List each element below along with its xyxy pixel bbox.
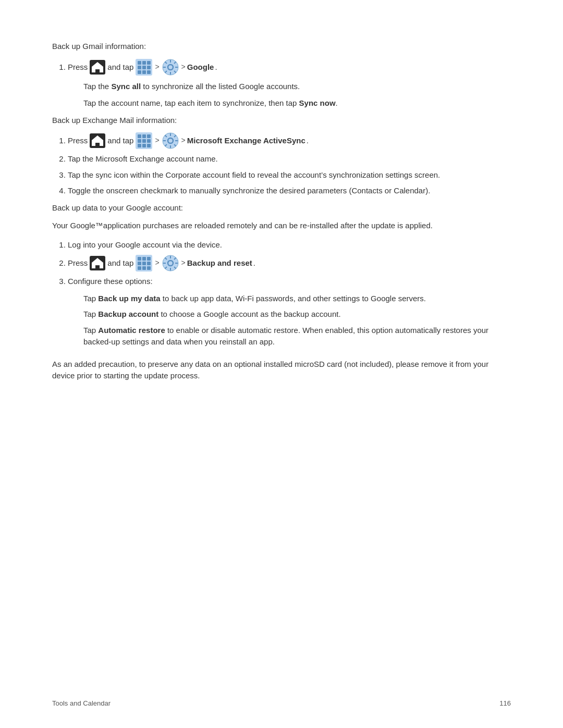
arrow-3: >: [155, 134, 159, 147]
svg-rect-48: [142, 257, 146, 261]
svg-rect-3: [138, 61, 141, 65]
and-tap-label: and tap: [107, 60, 133, 74]
arrow-2: >: [181, 61, 186, 73]
and-tap-label-3: and tap: [107, 256, 133, 270]
grid-icon-2: [136, 132, 152, 149]
svg-rect-7: [142, 66, 146, 69]
svg-rect-50: [138, 262, 141, 265]
google-step-1: Log into your Google account via the dev…: [68, 239, 511, 251]
exchange-steps: Press and tap >: [68, 132, 511, 197]
svg-rect-51: [142, 262, 146, 265]
svg-rect-32: [142, 144, 146, 147]
svg-rect-55: [147, 266, 151, 270]
press-label-2: Press: [68, 134, 88, 147]
svg-rect-4: [142, 61, 146, 65]
press-label-3: Press: [68, 256, 88, 270]
svg-rect-11: [147, 70, 151, 74]
google-backup-header: Back up data to your Google account:: [52, 202, 511, 214]
svg-rect-8: [147, 66, 151, 69]
exchange-step-3: Tap the sync icon within the Corporate a…: [68, 169, 511, 181]
page-content: Back up Gmail information: Press and tap: [0, 0, 563, 429]
footer-left: Tools and Calendar: [52, 699, 111, 707]
gmail-header: Back up Gmail information:: [52, 41, 511, 53]
arrow-4: >: [181, 134, 186, 147]
svg-rect-25: [138, 134, 141, 138]
arrow-1: >: [155, 61, 159, 73]
svg-rect-49: [147, 257, 151, 261]
exchange-header: Back up Exchange Mail information:: [52, 115, 511, 127]
grid-icon: [136, 59, 152, 76]
google-backup-steps: Log into your Google account via the dev…: [68, 239, 511, 288]
arrow-6: >: [181, 257, 186, 269]
automatic-restore-note: Tap Automatic restore to enable or disab…: [83, 325, 511, 348]
svg-rect-29: [142, 139, 146, 143]
exchange-step-1-line: Press and tap >: [68, 132, 511, 149]
footer-page-number: 116: [499, 699, 511, 707]
dest-backup: Backup and reset: [187, 256, 252, 270]
grid-icon-3: [136, 255, 152, 272]
google-step-3: Configure these options:: [68, 276, 511, 288]
svg-rect-30: [147, 139, 151, 143]
arrow-5: >: [155, 257, 159, 269]
press-label: Press: [68, 60, 88, 74]
svg-rect-33: [147, 144, 151, 147]
svg-rect-9: [138, 70, 141, 74]
dest-exchange: Microsoft Exchange ActiveSync: [187, 134, 305, 147]
svg-rect-26: [142, 134, 146, 138]
exchange-step-1: Press and tap >: [68, 132, 511, 149]
configure-options-block: Tap Back up my data to back up app data,…: [83, 293, 511, 348]
settings-icon-3: [162, 255, 179, 272]
svg-rect-47: [138, 257, 141, 261]
exchange-step-4: Toggle the onscreen checkmark to manuall…: [68, 185, 511, 197]
home-icon-3: [90, 256, 105, 270]
google-step-2-line: Press and tap >: [68, 255, 511, 272]
svg-rect-6: [138, 66, 141, 69]
svg-rect-54: [142, 266, 146, 270]
gmail-step-1: Press and tap: [68, 59, 511, 76]
svg-rect-5: [147, 61, 151, 65]
settings-icon-2: [162, 132, 179, 149]
svg-rect-31: [138, 144, 141, 147]
exchange-step-2: Tap the Microsoft Exchange account name.: [68, 153, 511, 165]
dest-google: Google: [187, 60, 214, 74]
svg-rect-53: [138, 266, 141, 270]
home-icon: [90, 60, 105, 75]
google-backup-body: Your Google™application purchases are re…: [52, 220, 511, 232]
and-tap-label-2: and tap: [107, 134, 133, 147]
gmail-sync-all-note: Tap the Sync all to synchronize all the …: [83, 81, 511, 109]
backup-account-note: Tap Backup account to choose a Google ac…: [83, 309, 511, 320]
svg-rect-27: [147, 134, 151, 138]
svg-rect-52: [147, 262, 151, 265]
svg-rect-10: [142, 70, 146, 74]
page-footer: Tools and Calendar 116: [52, 699, 511, 707]
backup-my-data-note: Tap Back up my data to back up app data,…: [83, 293, 511, 305]
svg-rect-28: [138, 139, 141, 143]
gmail-steps: Press and tap: [68, 59, 511, 76]
home-icon-2: [90, 133, 105, 148]
google-step-2: Press and tap >: [68, 255, 511, 272]
microsd-note: As an added precaution, to preserve any …: [52, 359, 511, 382]
settings-icon-1: [162, 59, 179, 76]
gmail-step-1-line: Press and tap: [68, 59, 511, 76]
